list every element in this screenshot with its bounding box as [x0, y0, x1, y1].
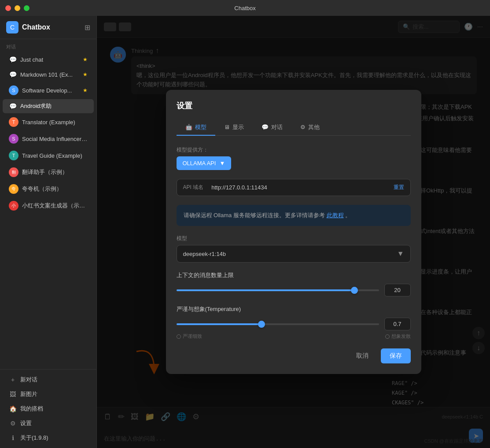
sidebar-item-label: Travel Guide (Example) [22, 152, 88, 159]
sidebar-item-label: Social Media Influencer ... [22, 136, 88, 142]
temperature-slider[interactable] [177, 323, 379, 325]
cancel-button[interactable]: 取消 [349, 348, 376, 363]
sidebar-collapse-button[interactable]: ⊞ [85, 23, 90, 32]
sidebar-item-social-media[interactable]: S Social Media Influencer ... [3, 131, 94, 147]
chat-icon: 💬 [9, 102, 17, 110]
sidebar-item-xiaohongshu[interactable]: 小 小红书文案生成器（示例） [3, 198, 94, 214]
sidebar-item-travel-guide[interactable]: T Travel Guide (Example) [3, 148, 94, 163]
sidebar-item-software-dev[interactable]: S Software Develop... ★ [3, 82, 94, 98]
sidebar-item-markdown[interactable]: 💬 Markdown 101 (Ex... ★ [3, 67, 94, 81]
tab-display[interactable]: 🖥 显示 [215, 120, 253, 136]
display-tab-label: 显示 [232, 123, 244, 131]
tab-chat[interactable]: 💬 对话 [253, 120, 291, 136]
sidebar: C Chatbox ⊞ 对话 💬 Just chat ★ 💬 Markdown … [0, 16, 97, 448]
other-tab-label: 其他 [308, 123, 320, 131]
chevron-down-icon: ▼ [397, 250, 404, 258]
slider-hints: 严谨细致 想象发散 [177, 333, 411, 340]
api-domain-group: API 域名 重置 [177, 179, 411, 196]
sidebar-item-praise[interactable]: 夸 夸夸机（示例） [3, 181, 94, 197]
sidebar-item-new-image[interactable]: 🖼 新图片 [3, 387, 94, 401]
model-tab-label: 模型 [195, 123, 206, 131]
sidebar-item-translator[interactable]: T Translator (Example) [3, 114, 94, 130]
avatar: T [9, 117, 18, 127]
model-label: 模型 [177, 235, 411, 242]
info-link[interactable]: 此教程 [327, 212, 344, 218]
titlebar-buttons [5, 5, 29, 11]
info-text: 请确保远程 Ollama 服务能够远程连接。更多详情请参考 [184, 212, 325, 218]
minimize-button[interactable] [15, 5, 20, 11]
sidebar-bottom: + 新对话 🖼 新图片 🏠 我的搭档 ⚙ 设置 ℹ 关于(1.9.8) [0, 369, 96, 448]
sidebar-item-translator-zh[interactable]: 翻 翻译助手（示例） [3, 164, 94, 180]
modal-footer: 取消 保存 [177, 348, 411, 363]
api-reset-button[interactable]: 重置 [394, 184, 404, 191]
sidebar-item-label: 关于(1.9.8) [20, 434, 88, 442]
avatar: S [9, 134, 18, 144]
display-tab-icon: 🖥 [224, 124, 230, 130]
hint-creative-label: 想象发散 [391, 333, 411, 340]
chat-icon: 💬 [9, 70, 17, 78]
settings-modal: 设置 🤖 模型 🖥 显示 💬 对话 ⚙ 其他 [166, 90, 421, 374]
sidebar-item-label: 我的搭档 [20, 405, 88, 413]
info-end: 。 [345, 212, 351, 218]
model-select-value: deepseek-r1:14b [183, 251, 393, 257]
avatar: T [9, 151, 18, 160]
sidebar-item-label: 新对话 [20, 376, 88, 384]
avatar: S [9, 85, 18, 95]
slider-thumb[interactable] [258, 321, 265, 328]
sidebar-item-label: 小红书文案生成器（示例） [22, 202, 88, 210]
context-limit-slider[interactable] [177, 289, 379, 291]
sidebar-item-settings[interactable]: ⚙ 设置 [3, 416, 94, 430]
tab-other[interactable]: ⚙ 其他 [291, 120, 328, 136]
sidebar-item-about[interactable]: ℹ 关于(1.9.8) [3, 431, 94, 445]
sidebar-item-new-chat[interactable]: + 新对话 [3, 373, 94, 387]
plus-icon: + [9, 376, 17, 384]
slider-thumb[interactable] [351, 287, 358, 294]
sidebar-item-label: 设置 [20, 419, 88, 427]
star-icon: ★ [83, 87, 88, 93]
modal-title: 设置 [177, 100, 411, 111]
temperature-value[interactable]: 0.7 [384, 318, 411, 330]
modal-tabs: 🤖 模型 🖥 显示 💬 对话 ⚙ 其他 [177, 120, 411, 136]
sidebar-item-label: Translator (Example) [22, 119, 88, 126]
sidebar-item-label: 翻译助手（示例） [22, 168, 88, 176]
temperature-slider-row: 0.7 [177, 318, 411, 330]
app-name: Chatbox [22, 23, 81, 31]
api-domain-input[interactable] [211, 184, 389, 191]
sidebar-item-label: Android求助 [20, 102, 88, 110]
sidebar-item-my-files[interactable]: 🏠 我的搭档 [3, 402, 94, 416]
sidebar-item-just-chat[interactable]: 💬 Just chat ★ [3, 52, 94, 67]
hint-dot [177, 334, 181, 339]
context-limit-section: 上下文的消息数量上限 20 [177, 271, 411, 296]
sidebar-item-label: Just chat [20, 56, 79, 63]
api-domain-label: API 域名 [183, 184, 204, 191]
avatar: 夸 [9, 184, 18, 194]
model-select-wrapper[interactable]: deepseek-r1:14b ▼ [177, 245, 411, 263]
chat-tab-icon: 💬 [262, 124, 269, 130]
sidebar-item-label: 新图片 [20, 390, 88, 398]
sidebar-item-label: Markdown 101 (Ex... [20, 71, 79, 78]
api-input-wrapper: API 域名 重置 [177, 179, 411, 196]
gear-icon: ⚙ [9, 419, 17, 427]
chat-icon: 💬 [9, 56, 17, 63]
close-button[interactable] [5, 5, 11, 11]
info-box: 请确保远程 Ollama 服务能够远程连接。更多详情请参考 此教程 。 [177, 205, 411, 226]
provider-dropdown[interactable]: OLLAMA API ▼ [177, 156, 232, 170]
image-icon: 🖼 [9, 390, 17, 398]
tab-model[interactable]: 🤖 模型 [177, 120, 215, 136]
home-icon: 🏠 [9, 405, 17, 413]
save-button[interactable]: 保存 [381, 348, 411, 363]
maximize-button[interactable] [24, 5, 29, 11]
temperature-section: 严谨与想象(Temperature) 0.7 严谨细致 想象发散 [177, 305, 411, 340]
context-limit-value[interactable]: 20 [384, 284, 411, 296]
app-logo: C [6, 21, 18, 33]
hint-strict: 严谨细致 [177, 333, 202, 340]
sidebar-item-android[interactable]: 💬 Android求助 [3, 99, 94, 113]
context-limit-slider-row: 20 [177, 284, 411, 296]
sidebar-item-label: 夸夸机（示例） [22, 185, 88, 193]
chevron-down-icon: ▼ [219, 160, 225, 167]
avatar: 翻 [9, 167, 18, 177]
model-selector-group: 模型 deepseek-r1:14b ▼ [177, 235, 411, 263]
temperature-label: 严谨与想象(Temperature) [177, 305, 411, 313]
slider-fill [177, 289, 355, 291]
provider-group: 模型提供方： OLLAMA API ▼ [177, 146, 411, 170]
